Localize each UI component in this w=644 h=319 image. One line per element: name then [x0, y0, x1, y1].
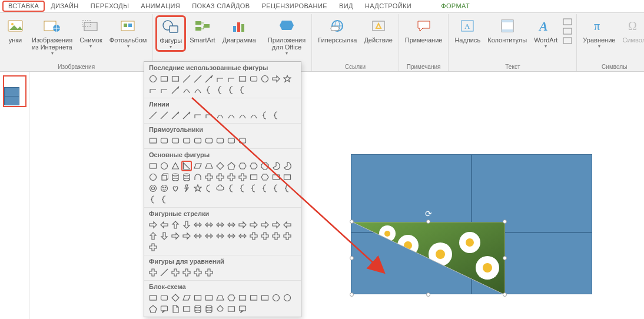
shape-option[interactable]: [215, 231, 225, 241]
shape-option[interactable]: [204, 172, 214, 182]
shape-option[interactable]: [148, 172, 158, 182]
shape-option[interactable]: [159, 194, 170, 205]
shape-option[interactable]: [204, 74, 214, 84]
shape-rect-1[interactable]: [351, 154, 472, 232]
shape-option[interactable]: [237, 135, 248, 146]
shape-option[interactable]: [237, 220, 248, 230]
textbox-button[interactable]: A Надпись: [451, 15, 484, 45]
shape-option[interactable]: [204, 304, 214, 314]
shape-option[interactable]: [204, 135, 214, 146]
chart-button[interactable]: Диаграмма: [219, 15, 260, 45]
shape-right-triangle-image[interactable]: ⟳: [352, 222, 505, 295]
slide-thumbnail-1[interactable]: [3, 75, 26, 107]
resize-handle[interactable]: [503, 220, 507, 224]
shape-option[interactable]: [226, 183, 237, 194]
shape-option[interactable]: [271, 110, 281, 121]
shape-option[interactable]: [148, 194, 158, 205]
shape-option[interactable]: [237, 304, 248, 314]
shape-option[interactable]: [215, 183, 225, 194]
shape-option[interactable]: [148, 110, 158, 121]
shape-option[interactable]: [159, 220, 170, 230]
shape-option[interactable]: [271, 220, 281, 230]
shape-option[interactable]: [226, 135, 237, 146]
shape-option[interactable]: [170, 74, 181, 84]
shape-option[interactable]: [170, 267, 181, 278]
equation-button[interactable]: π Уравнение ▾: [579, 15, 619, 49]
shape-option[interactable]: [170, 110, 181, 121]
wordart-button[interactable]: A WordArt ▾: [530, 15, 561, 49]
shape-option[interactable]: [181, 110, 192, 121]
shape-option[interactable]: [248, 110, 259, 121]
shape-option[interactable]: [159, 161, 170, 171]
shape-option[interactable]: [192, 183, 203, 194]
shape-option[interactable]: [159, 110, 170, 121]
photo-album-button[interactable]: Фотоальбом ▾: [106, 15, 151, 49]
shape-option[interactable]: [226, 220, 237, 230]
shape-option[interactable]: [226, 74, 237, 84]
shape-option[interactable]: [159, 135, 170, 146]
shape-option[interactable]: [181, 135, 192, 146]
shape-option[interactable]: [237, 85, 248, 95]
shape-option[interactable]: [260, 172, 270, 182]
shape-option[interactable]: [148, 85, 158, 95]
shape-option[interactable]: [148, 135, 158, 146]
resize-handle[interactable]: [350, 220, 354, 224]
resize-handle[interactable]: [503, 293, 507, 297]
shape-option[interactable]: [248, 172, 259, 182]
shape-option[interactable]: [204, 85, 214, 95]
hyperlink-button[interactable]: Гиперссылка: [314, 15, 360, 45]
shape-option[interactable]: [226, 85, 237, 95]
shape-option[interactable]: [260, 293, 270, 303]
shape-option[interactable]: [282, 161, 293, 171]
shape-option[interactable]: [237, 231, 248, 241]
shape-option[interactable]: [248, 161, 259, 171]
shape-option[interactable]: [260, 220, 270, 230]
shape-option[interactable]: [181, 304, 192, 314]
tab-slideshow[interactable]: ПОКАЗ СЛАЙДОВ: [186, 1, 255, 12]
shape-option[interactable]: [181, 220, 192, 230]
comment-button[interactable]: Примечание: [401, 15, 446, 45]
shape-option[interactable]: [159, 74, 170, 84]
shape-option[interactable]: [192, 85, 203, 95]
shape-option[interactable]: [215, 293, 225, 303]
shape-option[interactable]: [260, 231, 270, 241]
shape-option[interactable]: [192, 172, 203, 182]
shape-option[interactable]: [159, 183, 170, 194]
resize-handle[interactable]: [503, 256, 507, 260]
shape-option-right-triangle[interactable]: [181, 161, 192, 171]
tab-insert[interactable]: ВСТАВКА: [2, 1, 45, 12]
shape-option[interactable]: [159, 304, 170, 314]
shape-option[interactable]: [260, 74, 270, 84]
shape-option[interactable]: [159, 85, 170, 95]
shape-option[interactable]: [226, 110, 237, 121]
shape-option[interactable]: [271, 293, 281, 303]
shape-option[interactable]: [148, 220, 158, 230]
shape-option[interactable]: [192, 110, 203, 121]
shape-option[interactable]: [170, 231, 181, 241]
shape-option[interactable]: [192, 304, 203, 314]
shape-option[interactable]: [148, 304, 158, 314]
shape-option[interactable]: [260, 110, 270, 121]
shape-option[interactable]: [170, 135, 181, 146]
action-button[interactable]: Действие: [360, 15, 396, 45]
tab-addins[interactable]: НАДСТРОЙКИ: [359, 1, 417, 12]
shape-option[interactable]: [237, 172, 248, 182]
tab-review[interactable]: РЕЦЕНЗИРОВАНИЕ: [256, 1, 333, 12]
shape-option[interactable]: [215, 135, 225, 146]
shape-option[interactable]: [181, 267, 192, 278]
shape-option[interactable]: [192, 161, 203, 171]
shape-option[interactable]: [181, 293, 192, 303]
shape-option[interactable]: [181, 172, 192, 182]
smartart-button[interactable]: SmartArt: [186, 15, 218, 45]
pictures-button[interactable]: унки: [2, 15, 28, 45]
apps-button[interactable]: Приложения для Office ▾: [264, 15, 309, 57]
shape-option[interactable]: [226, 172, 237, 182]
shape-option[interactable]: [260, 183, 270, 194]
text-extras[interactable]: [561, 15, 574, 46]
shape-option[interactable]: [181, 74, 192, 84]
rotate-handle-icon[interactable]: ⟳: [424, 209, 433, 218]
shape-option[interactable]: [260, 161, 270, 171]
shape-option[interactable]: [181, 231, 192, 241]
shape-option[interactable]: [170, 304, 181, 314]
shape-option[interactable]: [215, 74, 225, 84]
